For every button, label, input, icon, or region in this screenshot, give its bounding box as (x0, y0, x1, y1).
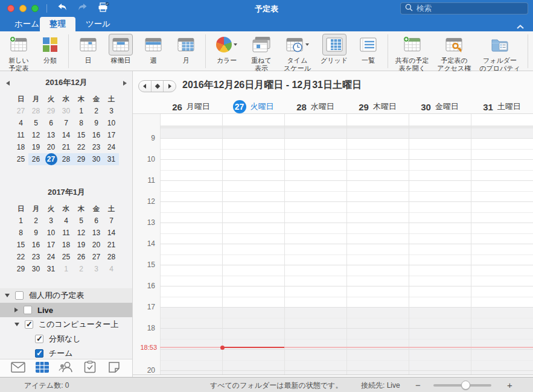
mini-calendar-day[interactable]: 18 (59, 239, 74, 251)
ribbon-button-view-workweek[interactable]: 稼働日 (104, 34, 137, 65)
mini-calendar-day[interactable]: 6 (89, 215, 104, 227)
mini-calendar-day[interactable]: 11 (59, 227, 74, 239)
ribbon-button-timescale[interactable]: タイムスケール (278, 34, 316, 72)
ribbon-button-open-shared-calendar[interactable]: 共有の予定表を開く (391, 34, 433, 72)
zoom-out-button[interactable]: − (415, 380, 421, 390)
mini-calendar-day[interactable]: 29 (13, 263, 28, 275)
day-header[interactable]: 26月曜日 (160, 100, 222, 114)
mini-calendar-day[interactable]: 30 (89, 153, 104, 165)
module-people-button[interactable] (58, 361, 74, 376)
zoom-in-button[interactable]: + (507, 380, 512, 390)
today-button[interactable] (151, 81, 164, 92)
mini-calendar-day[interactable]: 3 (43, 215, 59, 227)
mini-calendar-day[interactable]: 29 (43, 105, 59, 117)
module-calendar-button[interactable] (34, 361, 50, 376)
collapse-ribbon-button[interactable] (516, 21, 525, 32)
day-header[interactable]: 31土曜日 (471, 100, 533, 114)
mini-calendar-day[interactable]: 4 (104, 263, 119, 275)
mini-calendar-day[interactable]: 4 (13, 117, 28, 129)
tab-organize[interactable]: 整理 (40, 17, 75, 31)
search-input[interactable]: 検索 (400, 2, 528, 14)
mini-calendar-day[interactable]: 7 (59, 117, 74, 129)
mini-calendar-day[interactable]: 29 (74, 153, 89, 165)
mini-calendar-day[interactable]: 30 (28, 263, 43, 275)
mini-calendar-day[interactable]: 27 (13, 105, 28, 117)
mini-calendar-day[interactable]: 28 (104, 251, 119, 263)
ribbon-button-overlay[interactable]: 重ねて表示 (244, 34, 278, 72)
mini-calendar-day[interactable]: 16 (28, 239, 43, 251)
day-header[interactable]: 29木曜日 (346, 100, 409, 114)
day-header[interactable]: 28水曜日 (284, 100, 346, 114)
mini-calendar-day[interactable]: 16 (89, 129, 104, 141)
mini-calendar-day[interactable]: 27 (89, 251, 104, 263)
mini-calendar-day[interactable]: 26 (74, 251, 89, 263)
mini-calendar-day[interactable]: 1 (13, 215, 28, 227)
module-notes-button[interactable] (106, 361, 122, 376)
calendar-list-item[interactable]: 分類なし (0, 332, 132, 346)
mini-calendar-day[interactable]: 23 (28, 251, 43, 263)
mini-calendar-day[interactable]: 8 (74, 117, 89, 129)
mini-calendar-day[interactable]: 3 (104, 105, 119, 117)
day-header[interactable]: 30金曜日 (409, 100, 471, 114)
calendar-list-item[interactable]: このコンピューター上 (0, 317, 132, 332)
disclosure-down-icon[interactable] (5, 294, 10, 297)
ribbon-button-list[interactable]: 一覧 (352, 34, 385, 65)
next-period-button[interactable] (163, 81, 176, 92)
mini-calendar-day[interactable]: 17 (43, 239, 59, 251)
mini-calendar-day[interactable]: 23 (89, 141, 104, 153)
calendar-checkbox[interactable] (35, 349, 43, 358)
mini-calendar-day[interactable]: 1 (59, 263, 74, 275)
mini-calendar-day[interactable]: 10 (43, 227, 59, 239)
ribbon-button-view-month[interactable]: 月 (170, 34, 202, 65)
mini-calendar-day[interactable]: 26 (28, 153, 43, 165)
ribbon-button-view-day[interactable]: 日 (72, 34, 104, 65)
previous-period-button[interactable] (139, 81, 151, 92)
mini-calendar-selected-day[interactable]: 27 (43, 153, 59, 165)
mini-calendar-day[interactable]: 19 (74, 239, 89, 251)
module-tasks-button[interactable] (82, 361, 98, 376)
disclosure-down-icon[interactable] (14, 323, 19, 326)
mini-calendar-day[interactable]: 28 (59, 153, 74, 165)
mini-calendar-day[interactable]: 15 (74, 129, 89, 141)
mini-calendar-day[interactable]: 13 (89, 227, 104, 239)
mini-calendar-day[interactable]: 21 (59, 141, 74, 153)
mini-calendar-day[interactable]: 10 (104, 117, 119, 129)
mini-calendar-day[interactable]: 22 (74, 141, 89, 153)
mini-calendar-day[interactable]: 12 (28, 129, 43, 141)
mini-calendar-day[interactable]: 1 (74, 105, 89, 117)
ribbon-button-grid[interactable]: グリッド (316, 34, 352, 65)
mini-calendar-day[interactable]: 24 (104, 141, 119, 153)
mini-calendar-day[interactable]: 24 (43, 251, 59, 263)
mini-calendar-day[interactable]: 30 (59, 105, 74, 117)
mini-calendar-day[interactable]: 20 (43, 141, 59, 153)
mini-calendar-day[interactable]: 18 (13, 141, 28, 153)
mini-calendar-day[interactable]: 8 (13, 227, 28, 239)
mini-calendar-day[interactable]: 17 (104, 129, 119, 141)
day-header-today[interactable]: 27火曜日 (222, 100, 284, 114)
calendar-checkbox[interactable] (25, 320, 33, 329)
mini-calendar-day[interactable]: 9 (89, 117, 104, 129)
mini-calendar-day[interactable]: 12 (74, 227, 89, 239)
mini-calendar-day[interactable]: 5 (28, 117, 43, 129)
previous-month-button[interactable] (6, 80, 13, 87)
zoom-slider-knob[interactable] (461, 381, 470, 390)
calendar-checkbox[interactable] (15, 291, 24, 300)
tab-tools[interactable]: ツール (76, 17, 120, 31)
mini-calendar-day[interactable]: 22 (13, 251, 28, 263)
mini-calendar-day[interactable]: 2 (89, 105, 104, 117)
mini-calendar-day[interactable]: 4 (59, 215, 74, 227)
mini-calendar-day[interactable]: 13 (43, 129, 59, 141)
disclosure-right-icon[interactable] (14, 308, 18, 312)
mini-calendar-day[interactable]: 6 (43, 117, 59, 129)
mini-calendar-day[interactable]: 25 (13, 153, 28, 165)
ribbon-button-calendar-permissions[interactable]: 予定表のアクセス権 (433, 34, 475, 72)
next-month-button[interactable] (120, 80, 127, 87)
mini-calendar-day[interactable]: 31 (43, 263, 59, 275)
calendar-checkbox[interactable] (24, 306, 32, 314)
ribbon-button-color[interactable]: カラー (209, 34, 244, 65)
mini-calendar-day[interactable]: 7 (104, 215, 119, 227)
mini-calendar-day[interactable]: 20 (89, 239, 104, 251)
calendar-list-item[interactable]: Live (0, 303, 132, 317)
mini-calendar-day[interactable]: 28 (28, 105, 43, 117)
ribbon-button-view-week[interactable]: 週 (137, 34, 170, 65)
